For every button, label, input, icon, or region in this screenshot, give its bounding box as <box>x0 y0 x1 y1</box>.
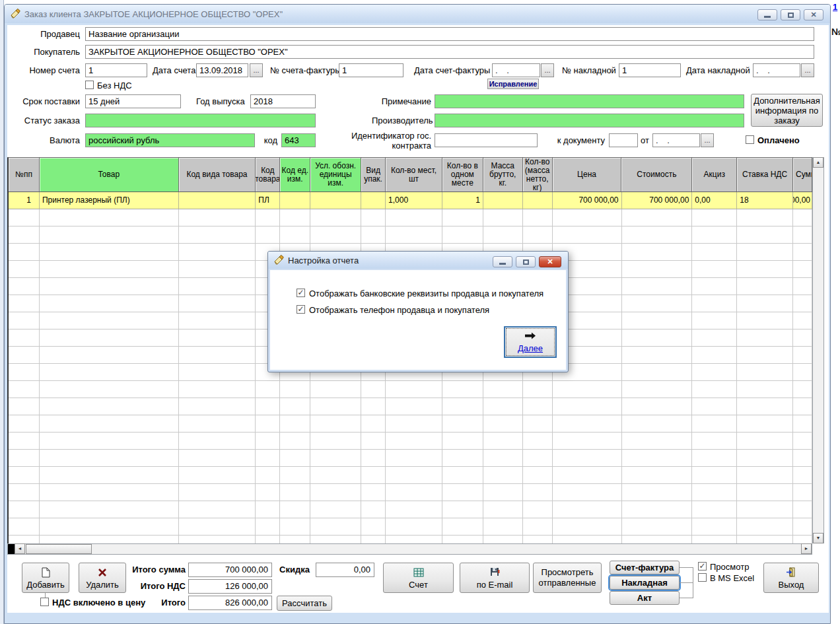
table-cell[interactable]: 126 000,00 <box>793 192 812 209</box>
table-cell <box>737 450 793 467</box>
note-field[interactable] <box>435 94 744 108</box>
invoice-date-picker-button[interactable]: ... <box>250 63 263 77</box>
show-phone-checkbox[interactable]: ✓ <box>297 305 305 314</box>
issue-year-field[interactable]: 2018 <box>250 94 316 108</box>
table-cell[interactable] <box>483 192 523 209</box>
vertical-scrollbar[interactable]: ▲ ▼ <box>812 157 824 543</box>
preview-checkbox[interactable]: ✓ <box>698 562 707 571</box>
table-cell[interactable]: 1 <box>9 192 40 209</box>
table-cell <box>9 518 40 536</box>
scroll-right-icon[interactable]: ► <box>801 543 812 554</box>
invoice-button[interactable]: Счет <box>383 563 454 593</box>
table-cell <box>9 209 40 226</box>
dialog-app-icon <box>273 254 284 267</box>
order-status-field[interactable] <box>85 114 316 127</box>
buyer-field[interactable]: ЗАКРЫТОЕ АКЦИОНЕРНОЕ ОБЩЕСТВО "ОРЕХ" <box>85 45 814 59</box>
invoice-date-field[interactable]: 13.09.2018 <box>196 63 248 77</box>
extra-info-button[interactable]: Дополнительная информация по заказу <box>751 94 823 127</box>
seller-field[interactable]: Название организации <box>85 27 814 41</box>
table-cell <box>40 518 179 536</box>
exit-button[interactable]: Выход <box>763 563 819 593</box>
table-cell[interactable] <box>280 192 310 209</box>
waybill-date-field[interactable]: . . <box>753 63 800 77</box>
horizontal-scrollbar[interactable]: ◄ ► <box>7 543 812 555</box>
background-fragment: 1 <box>833 2 837 12</box>
invoice-number-field[interactable]: 1 <box>85 63 147 77</box>
to-document-field[interactable] <box>609 133 638 147</box>
table-cell[interactable] <box>310 192 361 209</box>
table-header-cell: Усл. обозн. единицы изм. <box>310 158 361 191</box>
table-cell <box>256 226 280 244</box>
show-bank-details-checkbox[interactable]: ✓ <box>297 289 305 297</box>
factura-number-field[interactable]: 1 <box>339 63 403 77</box>
table-cell <box>9 450 40 467</box>
correction-button[interactable]: Исправление <box>487 79 539 89</box>
currency-code-field[interactable]: 643 <box>281 133 316 147</box>
table-cell[interactable]: 1,000 <box>386 192 442 209</box>
scroll-up-icon[interactable]: ▲ <box>813 157 823 168</box>
factura-button[interactable]: Счет-фактура <box>610 561 680 574</box>
factura-date-field[interactable]: . . <box>492 63 540 77</box>
add-row-button[interactable]: Добавить <box>22 563 69 593</box>
from-date-picker-button[interactable]: ... <box>701 133 714 147</box>
table-cell[interactable] <box>523 192 553 209</box>
table-cell[interactable] <box>179 192 256 209</box>
calculate-button[interactable]: Рассчитать <box>277 596 332 611</box>
scroll-left-icon[interactable]: ◄ <box>15 543 25 554</box>
table-cell <box>40 467 179 484</box>
table-cell <box>523 433 553 450</box>
no-vat-label: Без НДС <box>97 81 132 90</box>
dialog-maximize-icon[interactable] <box>516 256 536 267</box>
horizontal-scroll-thumb[interactable] <box>26 544 92 554</box>
table-cell[interactable]: Принтер лазерный (ПЛ) <box>40 192 179 209</box>
table-cell[interactable]: 700 000,00 <box>553 192 622 209</box>
table-cell <box>692 364 737 381</box>
no-vat-checkbox[interactable] <box>85 81 94 89</box>
table-cell[interactable]: 1 <box>442 192 483 209</box>
from-date-field[interactable]: . . <box>652 133 700 147</box>
currency-field[interactable]: российский рубль <box>85 133 255 147</box>
table-cell <box>9 261 40 278</box>
waybill-date-picker-button[interactable]: ... <box>801 63 814 77</box>
factura-date-picker-button[interactable]: ... <box>541 63 554 77</box>
table-cell <box>179 226 256 244</box>
table-cell <box>793 278 812 295</box>
table-cell[interactable]: 0,00 <box>692 192 737 209</box>
table-cell <box>622 484 693 501</box>
manufacturer-field[interactable] <box>435 114 744 127</box>
table-cell <box>40 261 179 278</box>
delivery-term-field[interactable]: 15 дней <box>85 94 181 108</box>
excel-checkbox[interactable] <box>698 573 707 582</box>
gov-contract-field[interactable] <box>435 133 538 147</box>
table-cell[interactable]: ПЛ <box>256 192 280 209</box>
close-icon[interactable]: ✕ <box>804 9 823 20</box>
next-button-label: Далее <box>518 343 543 353</box>
table-cell[interactable]: 700 000,00 <box>622 192 693 209</box>
dialog-close-icon[interactable]: ✕ <box>539 256 561 267</box>
table-header-cell: Масса брутто, кг. <box>483 158 523 191</box>
table-cell <box>483 501 523 518</box>
table-cell <box>737 484 793 501</box>
email-button[interactable]: по E-mail <box>460 563 530 593</box>
next-button[interactable]: Далее <box>504 326 557 358</box>
minimize-icon[interactable] <box>757 9 777 20</box>
view-sent-button[interactable]: Просмотреть отправленные <box>533 563 602 593</box>
maximize-icon[interactable] <box>781 9 800 20</box>
waybill-button[interactable]: Накладная <box>610 576 680 590</box>
dialog-minimize-icon[interactable] <box>493 256 512 267</box>
dialog-titlebar[interactable]: Настройка отчета ✕ <box>268 252 568 269</box>
paid-checkbox[interactable] <box>746 135 754 144</box>
act-button[interactable]: Акт <box>610 591 680 605</box>
table-cell <box>179 261 256 278</box>
table-cell <box>310 381 361 398</box>
table-cell[interactable]: 18 <box>737 192 793 209</box>
table-cell <box>310 518 361 536</box>
order-window-titlebar[interactable]: Заказ клиента ЗАКРЫТОЕ АКЦИОНЕРНОЕ ОБЩЕС… <box>5 5 830 23</box>
scroll-down-icon[interactable]: ▼ <box>813 533 823 543</box>
table-cell <box>40 450 179 467</box>
table-cell <box>553 209 622 226</box>
discount-field[interactable]: 0,00 <box>316 563 374 577</box>
waybill-number-field[interactable]: 1 <box>619 63 681 77</box>
table-cell[interactable] <box>361 192 386 209</box>
vat-included-checkbox[interactable] <box>40 598 49 606</box>
